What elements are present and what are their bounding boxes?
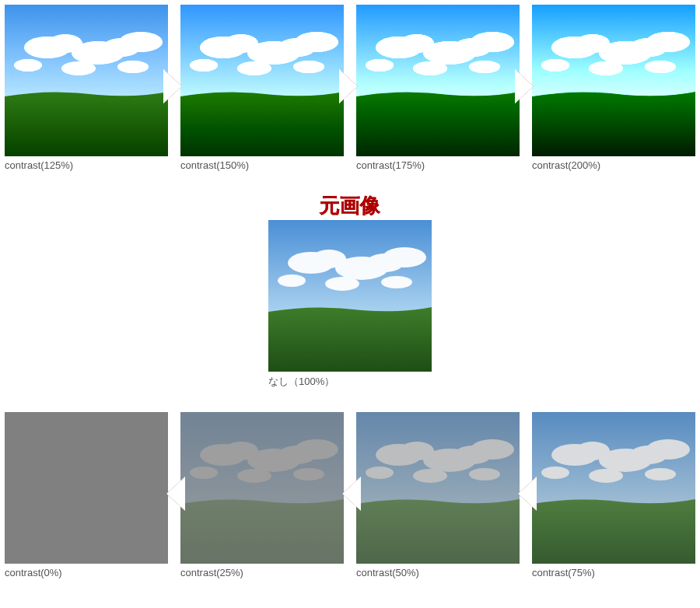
svg-point-16 [237,61,271,75]
svg-point-23 [471,32,514,52]
svg-point-35 [645,61,676,73]
svg-point-42 [278,274,306,287]
chevron-left-icon [518,478,535,509]
svg-point-51 [14,466,42,479]
svg-point-62 [293,468,324,480]
svg-point-24 [366,59,394,72]
caption: contrast(175%) [356,159,520,171]
svg-point-7 [61,61,96,75]
sample-image [356,5,520,156]
svg-point-33 [541,59,569,72]
chevron-right-icon [516,71,534,102]
svg-point-5 [119,32,163,52]
sample-image [180,412,344,564]
svg-point-61 [237,469,271,483]
sample-image [532,412,695,564]
chevron-left-icon [166,478,184,509]
tile-contrast-200: contrast(200%) [532,5,695,171]
svg-point-8 [117,61,149,73]
svg-point-15 [190,59,218,72]
svg-point-79 [589,469,623,483]
svg-point-26 [469,61,500,73]
sample-image [356,412,520,564]
caption: contrast(200%) [532,159,695,171]
svg-point-44 [381,276,412,288]
svg-point-50 [119,439,163,459]
tile-contrast-50: contrast(50%) [356,412,520,578]
svg-point-77 [646,439,690,459]
sample-image [5,412,168,564]
svg-point-25 [413,61,447,75]
tile-contrast-75: contrast(75%) [532,412,695,578]
svg-point-71 [469,468,500,480]
caption: contrast(0%) [5,567,168,578]
svg-point-60 [190,466,218,479]
svg-point-80 [645,468,676,480]
tile-contrast-0: contrast(0%) [5,412,168,578]
svg-point-43 [325,277,359,291]
original-heading: 元画像 [268,194,432,217]
chevron-left-icon [342,478,359,509]
svg-point-68 [471,439,514,459]
svg-point-32 [646,32,690,52]
svg-point-53 [117,468,149,480]
svg-point-41 [383,247,426,267]
sample-image [268,220,432,372]
tile-contrast-150: contrast(150%) [180,5,344,171]
tile-original: 元画像 なし（100%） [268,194,432,389]
svg-point-17 [293,61,324,73]
sample-image [180,5,344,156]
caption: contrast(50%) [356,567,520,578]
row-decrease: contrast(0%) contrast(25 [5,412,695,578]
svg-point-59 [295,439,338,459]
caption: なし（100%） [268,375,432,389]
tile-contrast-25: contrast(25%) [180,412,344,578]
svg-point-70 [413,469,447,483]
svg-point-78 [541,466,569,479]
caption: contrast(150%) [180,159,344,171]
tile-contrast-125: contrast(125%) [5,5,168,171]
chevron-right-icon [165,71,182,102]
svg-point-69 [366,466,394,479]
sample-image [5,5,168,156]
caption: contrast(125%) [5,159,168,171]
svg-point-52 [61,469,96,483]
svg-point-14 [295,32,338,52]
row-increase: contrast(125%) contrast( [5,5,695,171]
row-original: 元画像 なし（100%） [5,194,695,389]
svg-point-34 [589,61,623,75]
sample-image [532,5,695,156]
caption: contrast(75%) [532,567,695,578]
svg-point-6 [14,59,42,72]
chevron-right-icon [341,71,358,102]
caption: contrast(25%) [180,567,344,578]
tile-contrast-175: contrast(175%) [356,5,520,171]
